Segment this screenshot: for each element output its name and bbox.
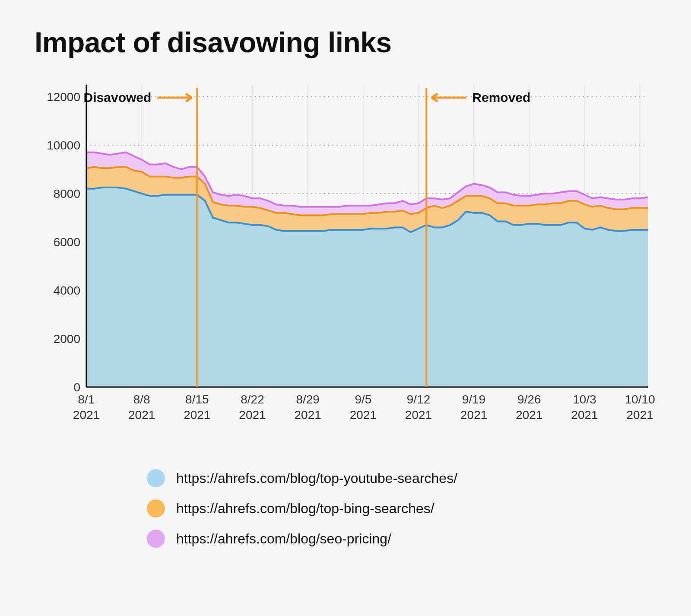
legend-label: https://ahrefs.com/blog/top-youtube-sear… — [176, 470, 457, 486]
x-tick-label: 2021 — [73, 408, 100, 422]
legend-swatch — [147, 469, 165, 487]
legend-label: https://ahrefs.com/blog/seo-pricing/ — [176, 531, 391, 547]
x-tick-label: 8/29 — [296, 393, 320, 406]
x-tick-label: 8/8 — [133, 393, 150, 406]
y-tick-label: 10000 — [47, 139, 80, 152]
x-tick-label: 2021 — [128, 408, 155, 422]
legend-row: https://ahrefs.com/blog/seo-pricing/ — [147, 530, 656, 548]
legend-swatch — [147, 530, 165, 548]
x-tick-label: 8/1 — [78, 393, 95, 406]
legend-row: https://ahrefs.com/blog/top-youtube-sear… — [147, 469, 656, 487]
x-tick-label: 8/22 — [241, 393, 264, 406]
y-tick-label: 4000 — [54, 284, 80, 297]
x-tick-label: 9/12 — [407, 393, 431, 406]
x-tick-label: 2021 — [627, 408, 653, 422]
annotation-disavowed: Disavowed — [84, 90, 152, 105]
x-tick-label: 8/15 — [185, 393, 209, 406]
chart-container: 0200040006000800010000120008/120218/8202… — [35, 80, 656, 435]
y-tick-label: 2000 — [54, 332, 80, 346]
y-tick-label: 12000 — [47, 90, 80, 104]
legend-label: https://ahrefs.com/blog/top-bing-searche… — [176, 501, 434, 517]
y-tick-label: 8000 — [54, 187, 80, 200]
x-tick-label: 2021 — [184, 408, 210, 422]
x-tick-label: 2021 — [295, 408, 321, 422]
chart-svg: 0200040006000800010000120008/120218/8202… — [35, 80, 656, 435]
x-tick-label: 2021 — [571, 408, 598, 422]
x-tick-label: 2021 — [239, 408, 266, 422]
x-tick-label: 2021 — [405, 408, 432, 422]
x-tick-label: 9/26 — [517, 393, 541, 406]
x-tick-label: 9/19 — [462, 393, 486, 406]
legend: https://ahrefs.com/blog/top-youtube-sear… — [147, 469, 656, 548]
x-tick-label: 9/5 — [355, 393, 371, 406]
chart-title: Impact of disavowing links — [35, 26, 656, 59]
y-tick-label: 6000 — [54, 235, 80, 249]
x-tick-label: 10/10 — [625, 393, 655, 406]
y-tick-label: 0 — [73, 381, 80, 394]
legend-row: https://ahrefs.com/blog/top-bing-searche… — [147, 499, 656, 518]
x-tick-label: 10/3 — [573, 393, 596, 406]
x-tick-label: 2021 — [460, 408, 487, 422]
annotation-removed: Removed — [472, 90, 530, 105]
x-tick-label: 2021 — [516, 408, 542, 422]
x-tick-label: 2021 — [350, 408, 377, 422]
legend-swatch — [147, 499, 165, 518]
